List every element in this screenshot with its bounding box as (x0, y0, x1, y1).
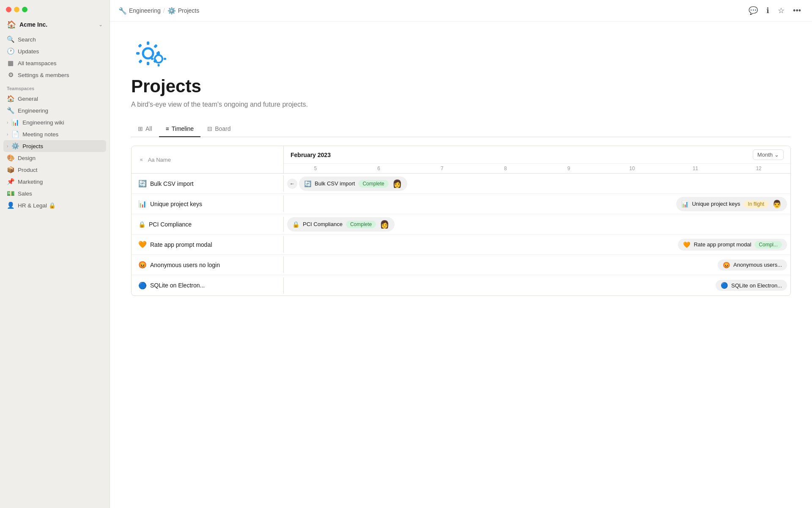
sidebar-item-label: Meeting notes (22, 131, 103, 138)
back-button[interactable]: ← (287, 179, 297, 189)
chart-icon: 📊 (11, 119, 19, 126)
close-button[interactable] (6, 7, 11, 12)
row-right-anonymous: 😡 Anonymous users... (284, 257, 790, 273)
bar-lock-icon: 🔒 (292, 221, 299, 228)
status-badge: Complete (358, 180, 388, 188)
sidebar-item-hr-legal[interactable]: 👤 HR & Legal 🔒 (3, 199, 106, 211)
row-left-unique-keys[interactable]: 📊 Unique project keys (132, 196, 284, 212)
maximize-button[interactable] (22, 7, 27, 12)
month-selector[interactable]: Month ⌄ (753, 149, 784, 160)
sidebar-item-settings[interactable]: ⚙ Settings & members (3, 69, 106, 81)
timeline: « Aa Name February 2023 Month ⌄ 5 6 (131, 146, 791, 296)
sidebar-item-label: All teamspaces (18, 60, 103, 66)
sidebar-item-engineering[interactable]: 🔧 Engineering (3, 105, 106, 116)
engineering-icon: 🔧 (118, 7, 127, 15)
row-left-rate-app[interactable]: 🧡 Rate app prompt modal (132, 236, 284, 253)
month-selector-label: Month (757, 152, 773, 158)
svg-point-1 (146, 51, 150, 55)
box-icon: 📦 (7, 166, 14, 174)
comment-button[interactable]: 💬 (746, 4, 760, 17)
bar-anonymous[interactable]: 😡 Anonymous users... (718, 260, 787, 271)
workspace-header[interactable]: 🏠 Acme Inc. ⌄ (3, 17, 106, 32)
board-tab-icon: ⊟ (207, 125, 212, 132)
breadcrumb: 🔧 Engineering / ⚙️ Projects (118, 7, 743, 15)
row-label-bulk-csv: Bulk CSV import (150, 180, 194, 187)
sidebar-item-label: Updates (18, 48, 103, 55)
row-label-unique-keys: Unique project keys (150, 201, 202, 207)
sidebar-item-marketing[interactable]: 📌 Marketing (3, 176, 106, 188)
sidebar-item-engineering-wiki[interactable]: › 📊 Engineering wiki (3, 116, 106, 128)
chevron-down-icon: ⌄ (774, 152, 779, 158)
table-row: 🔵 SQLite on Electron... 🔵 SQLite on Elec… (132, 275, 790, 295)
svg-rect-4 (136, 52, 140, 55)
breadcrumb-projects[interactable]: ⚙️ Projects (167, 7, 200, 15)
svg-rect-9 (154, 44, 158, 48)
info-button[interactable]: ℹ (764, 4, 772, 17)
dollar-icon: 💵 (7, 190, 14, 197)
workspace-name: Acme Inc. (19, 21, 95, 28)
svg-point-11 (157, 57, 160, 61)
topbar-actions: 💬 ℹ ☆ ••• (746, 4, 804, 17)
bar-bulk-csv[interactable]: 🔄 Bulk CSV import Complete 👩 (299, 177, 407, 191)
row-right-bulk-csv: ← 🔄 Bulk CSV import Complete 👩 (284, 174, 790, 193)
sidebar-item-label: Engineering (18, 108, 103, 114)
heart-icon: 🧡 (138, 240, 147, 248)
day-7: 7 (411, 164, 474, 173)
svg-rect-6 (138, 44, 142, 48)
sidebar-item-search[interactable]: 🔍 Search (3, 33, 106, 45)
bar-rate-app[interactable]: 🧡 Rate app prompt modal Compl... (678, 239, 787, 251)
tab-all[interactable]: ⊞ All (131, 121, 159, 137)
row-left-pci[interactable]: 🔒 PCI Compliance (132, 217, 284, 232)
workspace-icon: 🏠 (7, 20, 16, 29)
bar-unique-keys[interactable]: 📊 Unique project keys In flight 👨 (676, 197, 787, 211)
sidebar-item-label: Sales (18, 190, 103, 197)
house-icon: 🏠 (7, 95, 14, 102)
settings-icon: ⚙ (7, 71, 14, 79)
bar-keys-icon: 📊 (681, 201, 689, 207)
bar-sqlite[interactable]: 🔵 SQLite on Electron... (716, 280, 787, 291)
angry-icon: 😡 (138, 261, 147, 269)
day-10: 10 (601, 164, 664, 173)
row-label-sqlite: SQLite on Electron... (150, 282, 205, 289)
star-button[interactable]: ☆ (775, 4, 787, 17)
sidebar-item-label: Search (18, 36, 103, 43)
status-badge: Compl... (754, 241, 782, 248)
gears-icon (131, 39, 169, 68)
sidebar-item-projects[interactable]: › ⚙️ Projects (3, 140, 106, 152)
table-row: 🔒 PCI Compliance 🔒 PCI Compliance Comple… (132, 214, 790, 235)
more-button[interactable]: ••• (790, 4, 804, 17)
chevron-icon: › (7, 120, 8, 125)
search-icon: 🔍 (7, 36, 14, 43)
tab-board[interactable]: ⊟ Board (200, 121, 237, 137)
collapse-button[interactable]: « (138, 156, 145, 163)
sidebar-item-meeting-notes[interactable]: › 📄 Meeting notes (3, 128, 106, 140)
sidebar-item-updates[interactable]: 🕐 Updates (3, 45, 106, 57)
sidebar-item-design[interactable]: 🎨 Design (3, 152, 106, 164)
row-left-sqlite[interactable]: 🔵 SQLite on Electron... (132, 277, 284, 294)
avatar: 👩 (379, 219, 390, 229)
bar-label: Rate app prompt modal (694, 241, 751, 248)
svg-rect-12 (158, 51, 160, 54)
tab-timeline[interactable]: ≡ Timeline (159, 121, 201, 137)
row-left-bulk-csv[interactable]: 🔄 Bulk CSV import (132, 175, 284, 192)
svg-rect-3 (147, 62, 149, 65)
sidebar-item-label: General (18, 96, 103, 102)
sidebar-item-all-teamspaces[interactable]: ▦ All teamspaces (3, 57, 106, 69)
wrench-icon: 🔧 (7, 107, 14, 114)
sidebar-item-label: Product (18, 167, 103, 173)
circle-icon: 🔵 (138, 282, 147, 290)
page-content: Projects A bird's-eye view of the team's… (110, 22, 812, 508)
day-11: 11 (664, 164, 727, 173)
sidebar-item-general[interactable]: 🏠 General (3, 93, 106, 105)
breadcrumb-engineering[interactable]: 🔧 Engineering (118, 7, 161, 15)
sidebar-item-label: Projects (22, 143, 103, 149)
sidebar-item-product[interactable]: 📦 Product (3, 164, 106, 176)
row-left-anonymous[interactable]: 😡 Anonymous users no login (132, 257, 284, 273)
bar-pci[interactable]: 🔒 PCI Compliance Complete 👩 (287, 217, 395, 232)
timeline-days-row: 5 6 7 8 9 10 11 12 (284, 164, 790, 173)
bar-label: Anonymous users... (733, 262, 782, 268)
teamspaces-section-label: Teamspaces (3, 81, 106, 93)
day-9: 9 (537, 164, 601, 173)
sidebar-item-sales[interactable]: 💵 Sales (3, 188, 106, 199)
minimize-button[interactable] (14, 7, 19, 12)
